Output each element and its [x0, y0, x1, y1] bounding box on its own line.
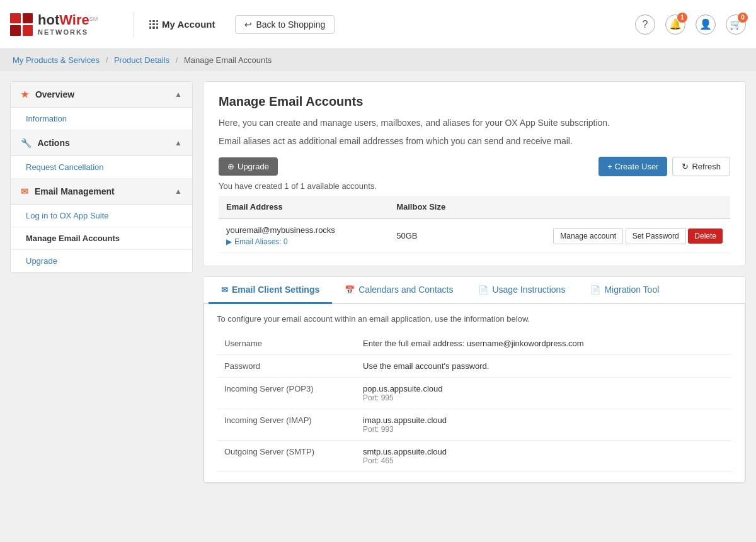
create-user-label: + Create User: [607, 162, 658, 171]
notification-badge: 1: [677, 13, 687, 23]
cart-badge: 0: [738, 13, 748, 23]
sidebar-item-login-ox[interactable]: Log in to OX App Suite: [11, 205, 192, 227]
desc-2: Email aliases act as additional email ad…: [219, 135, 730, 148]
logo-wire: Wire: [59, 12, 89, 28]
manage-account-button[interactable]: Manage account: [553, 228, 623, 244]
tab-content-email-client: To configure your email account within a…: [203, 304, 745, 483]
notifications-button[interactable]: 🔔 1: [665, 14, 685, 35]
sidebar: ★ Overview ▲ Information 🔧 Actions ▲ Req…: [10, 81, 193, 273]
sidebar-section-actions[interactable]: 🔧 Actions ▲: [11, 130, 192, 156]
upgrade-label: Upgrade: [238, 162, 269, 171]
manage-account-label: Manage account: [560, 232, 616, 240]
page-title: Manage Email Accounts: [219, 94, 730, 109]
logo-sq-3: [10, 25, 21, 36]
sidebar-section-email-management[interactable]: ✉ Email Management ▲: [11, 179, 192, 205]
settings-row: Password Use the email account's passwor…: [217, 355, 732, 378]
tab-calendars-contacts[interactable]: 📅 Calendars and Contacts: [332, 277, 466, 304]
breadcrumb-sep-2: /: [176, 55, 178, 65]
accounts-info: You have created 1 of 1 available accoun…: [219, 181, 730, 191]
tab-email-icon: ✉: [221, 285, 228, 295]
col-actions-header: [477, 196, 730, 218]
settings-value-2: pop.us.appsuite.cloud Port: 995: [355, 378, 732, 409]
site-header: hotWireSM NETWORKS My Account ↩ Back to …: [0, 0, 756, 49]
refresh-button[interactable]: ↻ Refresh: [672, 157, 730, 176]
user-button[interactable]: 👤: [696, 14, 716, 35]
chevron-right-icon: ▶: [226, 237, 232, 246]
settings-label-0: Username: [217, 332, 355, 355]
chevron-up-icon-2: ▲: [175, 138, 182, 147]
tab-migration-tool[interactable]: 📄 Migration Tool: [578, 277, 672, 304]
tab-calendar-icon: 📅: [345, 285, 355, 295]
logo-sq-2: [23, 13, 33, 24]
settings-label-3: Incoming Server (IMAP): [217, 409, 355, 441]
set-password-button[interactable]: Set Password: [626, 228, 686, 244]
settings-value-0: Enter the full email address: username@j…: [355, 332, 732, 355]
back-arrow-icon: ↩: [244, 20, 252, 30]
delete-button[interactable]: Delete: [688, 229, 723, 244]
delete-label: Delete: [694, 232, 716, 240]
create-user-button[interactable]: + Create User: [598, 157, 667, 176]
bottom-card: ✉ Email Client Settings 📅 Calendars and …: [203, 276, 746, 483]
table-row: youremail@mybusiness.rocks ▶ Email Alias…: [219, 218, 730, 253]
envelope-icon: ✉: [21, 186, 28, 196]
breadcrumb-current: Manage Email Accounts: [184, 55, 272, 65]
logo-sm: SM: [89, 16, 98, 22]
action-bar-right: + Create User ↻ Refresh: [598, 157, 730, 176]
settings-value-1: Use the email account's password.: [355, 355, 732, 378]
tab-email-client-settings[interactable]: ✉ Email Client Settings: [209, 277, 332, 304]
email-value: youremail@mybusiness.rocks: [226, 225, 381, 235]
upgrade-button[interactable]: ⊕ Upgrade: [219, 157, 278, 176]
tab-email-client-label: Email Client Settings: [232, 285, 319, 295]
my-account-label: My Account: [162, 19, 215, 30]
email-aliases-toggle[interactable]: ▶ Email Aliases: 0: [226, 237, 381, 246]
logo-hot: hot: [38, 12, 59, 28]
logo-networks: NETWORKS: [38, 28, 98, 36]
help-button[interactable]: ?: [635, 14, 655, 35]
logo: hotWireSM NETWORKS: [10, 13, 123, 36]
settings-row: Outgoing Server (SMTP) smtp.us.appsuite.…: [217, 441, 732, 472]
sidebar-item-manage-email[interactable]: Manage Email Accounts: [11, 227, 192, 250]
sidebar-section-overview[interactable]: ★ Overview ▲: [11, 82, 192, 108]
sidebar-item-information[interactable]: Information: [11, 108, 192, 130]
action-bar-left: ⊕ Upgrade: [219, 157, 278, 176]
header-right: ? 🔔 1 👤 🛒 0: [635, 14, 746, 35]
breadcrumb-sep-1: /: [106, 55, 108, 65]
main-layout: ★ Overview ▲ Information 🔧 Actions ▲ Req…: [0, 71, 756, 494]
email-settings-table: Username Enter the full email address: u…: [217, 332, 732, 472]
set-password-label: Set Password: [633, 232, 679, 240]
desc-1: Here, you can create and manage users, m…: [219, 116, 730, 130]
logo-sq-1: [10, 13, 21, 24]
settings-value-3: imap.us.appsuite.cloud Port: 993: [355, 409, 732, 441]
main-content: Manage Email Accounts Here, you can crea…: [203, 81, 746, 483]
logo-text: hotWireSM NETWORKS: [38, 13, 98, 36]
grid-icon: [149, 20, 158, 29]
tab-usage-label: Usage Instructions: [492, 285, 565, 295]
logo-sq-4: [23, 25, 33, 36]
header-divider: [134, 12, 134, 37]
manage-email-card: Manage Email Accounts Here, you can crea…: [203, 81, 746, 266]
breadcrumb-product-details[interactable]: Product Details: [114, 55, 169, 65]
upgrade-icon: ⊕: [227, 162, 234, 171]
chevron-up-icon: ▲: [175, 90, 182, 99]
breadcrumb-my-products[interactable]: My Products & Services: [13, 55, 100, 65]
settings-row: Username Enter the full email address: u…: [217, 332, 732, 355]
my-account-button[interactable]: My Account: [144, 16, 220, 32]
email-address-cell: youremail@mybusiness.rocks ▶ Email Alias…: [219, 218, 389, 253]
settings-row: Incoming Server (POP3) pop.us.appsuite.c…: [217, 378, 732, 409]
settings-row: Incoming Server (IMAP) imap.us.appsuite.…: [217, 409, 732, 441]
sidebar-email-management-label: Email Management: [35, 186, 115, 196]
back-to-shopping-button[interactable]: ↩ Back to Shopping: [235, 15, 335, 34]
logo-squares: [10, 13, 33, 36]
sidebar-overview-label: Overview: [35, 89, 74, 99]
tab-usage-icon: 📄: [478, 285, 488, 295]
cart-button[interactable]: 🛒 0: [726, 14, 746, 35]
tab-migration-label: Migration Tool: [604, 285, 659, 295]
sidebar-item-request-cancellation[interactable]: Request Cancellation: [11, 156, 192, 179]
settings-sub-2: Port: 995: [363, 393, 724, 402]
settings-value-4: smtp.us.appsuite.cloud Port: 465: [355, 441, 732, 472]
refresh-icon: ↻: [682, 162, 689, 171]
sidebar-item-upgrade[interactable]: Upgrade: [11, 250, 192, 273]
tab-usage-instructions[interactable]: 📄 Usage Instructions: [466, 277, 578, 304]
tab-calendars-label: Calendars and Contacts: [358, 285, 453, 295]
wrench-icon: 🔧: [21, 138, 32, 148]
